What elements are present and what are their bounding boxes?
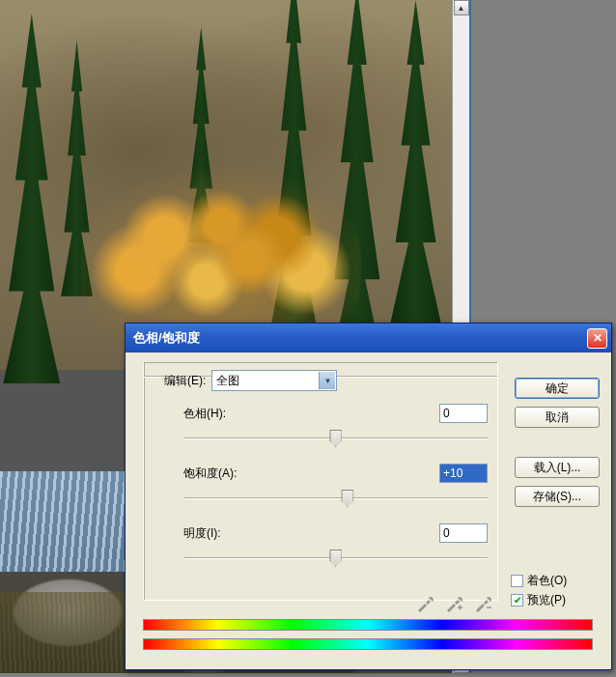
dialog-titlebar[interactable]: 色相/饱和度 ✕ [126,324,611,353]
eyedropper-tools [415,594,492,613]
eyedropper-subtract-icon[interactable] [473,594,492,613]
hue-saturation-dialog: 色相/饱和度 ✕ 编辑(E): 全图 ▼ 色相(H): 饱和度(A): [125,323,612,670]
edit-select-value: 全图 [216,373,239,389]
preview-checkbox[interactable]: ✔ [511,594,523,606]
hue-slider[interactable] [183,428,488,457]
hue-spectrum-bars [143,619,593,658]
hue-spectrum-top [143,619,593,631]
colorize-label: 着色(O) [527,573,567,589]
lightness-slider-thumb[interactable] [329,550,342,567]
dialog-title: 色相/饱和度 [133,329,587,347]
chevron-down-icon: ▼ [319,372,335,389]
save-button[interactable]: 存储(S)... [515,486,600,507]
edit-select[interactable]: 全图 ▼ [211,370,337,391]
saturation-label: 饱和度(A): [183,465,309,482]
saturation-input[interactable] [439,464,488,483]
cancel-button[interactable]: 取消 [515,407,600,428]
saturation-slider-thumb[interactable] [341,490,353,507]
close-icon: ✕ [593,331,602,345]
saturation-slider[interactable] [183,488,488,517]
colorize-checkbox[interactable] [511,575,523,587]
preview-label: 预览(P) [527,592,566,608]
lightness-label: 明度(I): [183,525,309,542]
hue-spectrum-bottom [143,638,593,650]
lightness-slider[interactable] [183,548,488,577]
edit-label: 编辑(E): [164,373,206,389]
hue-label: 色相(H): [183,406,309,422]
dialog-body: 编辑(E): 全图 ▼ 色相(H): 饱和度(A): [126,353,611,669]
eyedropper-add-icon[interactable] [444,594,463,613]
ok-button[interactable]: 确定 [515,378,600,399]
hue-input[interactable] [439,404,488,423]
close-button[interactable]: ✕ [587,328,607,349]
lightness-input[interactable] [439,523,488,543]
scroll-up-button[interactable]: ▲ [454,0,469,15]
eyedropper-icon[interactable] [415,594,434,613]
load-button[interactable]: 载入(L)... [515,457,600,478]
hue-slider-thumb[interactable] [329,430,342,447]
